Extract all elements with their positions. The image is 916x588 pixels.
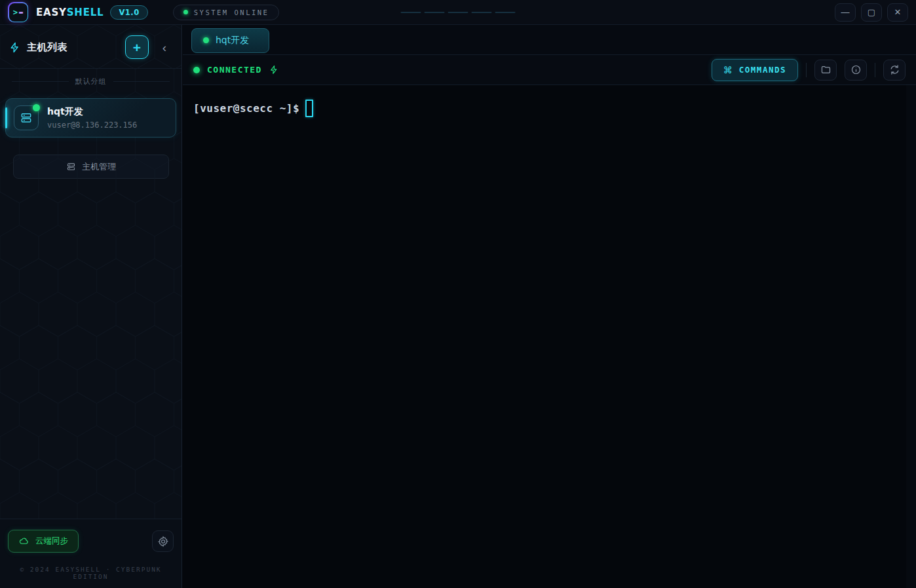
refresh-button[interactable] [883, 60, 906, 81]
refresh-icon [889, 64, 900, 75]
maximize-button[interactable]: ▢ [861, 3, 882, 22]
host-name: hqt开发 [47, 106, 137, 118]
title-bar: >▬ EASYSHELL V1.0 SYSTEM ONLINE — ▢ ✕ [0, 0, 916, 25]
app-title: EASYSHELL [36, 7, 104, 18]
server-icon [20, 111, 33, 124]
add-host-button[interactable]: + [125, 35, 149, 59]
tab-label: hqt开发 [216, 35, 249, 46]
command-icon: ⌘ [723, 65, 733, 75]
close-button[interactable]: ✕ [887, 3, 908, 22]
decorative-dashes [401, 12, 516, 13]
cloud-icon [18, 536, 29, 546]
connection-status-bar: CONNECTED ⌘ COMMANDS [183, 55, 916, 85]
divider [875, 63, 875, 77]
terminal-prompt: [vuser@scecc ~]$ [193, 102, 299, 115]
group-label: 默认分组 [75, 77, 107, 86]
host-manage-button[interactable]: 主机管理 [13, 155, 169, 179]
sidebar-header: 主机列表 + ‹ [0, 25, 181, 68]
info-button[interactable] [845, 60, 867, 81]
terminal-prompt-line: [vuser@scecc ~]$ [193, 100, 906, 117]
app-logo: >▬ [8, 2, 28, 22]
settings-button[interactable] [152, 530, 174, 552]
info-icon [850, 64, 862, 75]
system-status-pill: SYSTEM ONLINE [173, 5, 280, 20]
session-tab[interactable]: hqt开发 [191, 28, 269, 53]
host-list-item[interactable]: hqt开发 vuser@8.136.223.156 [5, 98, 176, 138]
host-online-dot [33, 104, 40, 111]
main-area: hqt开发 CONNECTED ⌘ COMMANDS [183, 25, 916, 588]
folder-icon [820, 64, 831, 75]
connected-label: CONNECTED [207, 65, 262, 75]
easyshell-window: >▬ EASYSHELL V1.0 SYSTEM ONLINE — ▢ ✕ [0, 0, 916, 588]
host-info: hqt开发 vuser@8.136.223.156 [47, 106, 137, 130]
minimize-button[interactable]: — [835, 3, 856, 22]
terminal-viewport[interactable]: [vuser@scecc ~]$ [183, 85, 916, 588]
server-icon [66, 162, 76, 172]
terminal-scrollbar-gutter[interactable] [906, 85, 916, 588]
server-icon-box [14, 105, 39, 130]
connection-status: CONNECTED [193, 65, 278, 75]
connected-dot [193, 67, 200, 73]
bolt-icon [9, 42, 20, 53]
group-header: 默认分组 [0, 69, 181, 89]
cloud-sync-label: 云端同步 [35, 536, 68, 547]
window-controls: — ▢ ✕ [835, 3, 908, 22]
system-status-label: SYSTEM ONLINE [194, 9, 269, 16]
host-address: vuser@8.136.223.156 [47, 120, 137, 130]
terminal-logo-icon: >▬ [9, 3, 28, 22]
status-bar-actions: ⌘ COMMANDS [712, 59, 906, 81]
file-browser-button[interactable] [814, 60, 837, 81]
tab-connected-dot [203, 37, 209, 43]
divider [806, 63, 807, 77]
sidebar-title: 主机列表 [27, 41, 67, 54]
commands-button[interactable]: ⌘ COMMANDS [712, 59, 798, 81]
cloud-sync-button[interactable]: 云端同步 [8, 530, 79, 553]
sidebar-footer: 云端同步 © 2024 EASYSHELL · CYBERPUNK EDITIO… [0, 519, 181, 588]
commands-label: COMMANDS [739, 65, 786, 75]
version-badge: V1.0 [110, 5, 147, 20]
collapse-sidebar-button[interactable]: ‹ [157, 39, 172, 55]
terminal-cursor [305, 100, 313, 117]
host-sidebar: 主机列表 + ‹ 默认分组 hqt开发 vuser@ [0, 25, 182, 588]
gear-icon [157, 536, 169, 547]
online-status-dot [183, 10, 188, 14]
session-tab-bar: hqt开发 [183, 25, 916, 55]
active-accent-bar [5, 107, 7, 128]
host-manage-label: 主机管理 [82, 161, 116, 173]
copyright-text: © 2024 EASYSHELL · CYBERPUNK EDITION [8, 566, 174, 580]
bolt-icon [269, 65, 278, 75]
